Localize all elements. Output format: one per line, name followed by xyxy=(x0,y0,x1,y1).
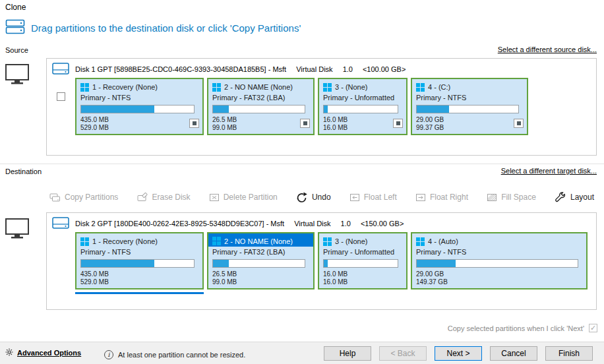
partition-title-row: 2 - NO NAME (None) xyxy=(212,82,309,92)
back-button: < Back xyxy=(379,346,427,361)
help-button[interactable]: Help xyxy=(324,346,371,361)
erase-disk-icon xyxy=(137,193,148,202)
float-left-button: Float Left xyxy=(349,193,397,202)
partition-type: Primary - Unformatted xyxy=(323,248,402,256)
partition-usage-bar xyxy=(212,105,305,113)
partition-title-row: 4 - (C:) xyxy=(416,82,523,92)
partition-toolbar: Copy Partitions Erase Disk Delete Partit… xyxy=(46,187,597,208)
destination-partitions: 1 - Recovery (None) Primary - NTFS 435.0… xyxy=(75,232,588,289)
toolbar-button-label: Float Left xyxy=(364,193,397,202)
select-target-disk-link[interactable]: Select a different target disk... xyxy=(501,167,597,175)
disk-title: Disk 1 GPT [5898BE25-CDC0-469C-9393-3045… xyxy=(75,65,286,73)
partition-menu-button[interactable] xyxy=(393,119,403,128)
layout-button[interactable]: Layout xyxy=(555,192,594,203)
disk-size: <100.00 GB> xyxy=(363,65,406,73)
partition-used-size: 26.5 MB xyxy=(212,270,309,278)
bottom-bar: Advanced Options i At least one partitio… xyxy=(0,342,604,364)
source-partitions: 1 - Recovery (None) Primary - NTFS 435.0… xyxy=(75,78,528,135)
finish-button[interactable]: Finish xyxy=(545,346,593,361)
partition-box[interactable]: 1 - Recovery (None) Primary - NTFS 435.0… xyxy=(75,232,204,289)
partition-label: 1 - Recovery (None) xyxy=(92,83,158,91)
fill-space-icon xyxy=(487,193,497,202)
float-right-icon xyxy=(415,193,426,202)
windows-logo-icon xyxy=(212,237,221,245)
delete-partition-button: Delete Partition xyxy=(209,193,278,202)
partition-type: Primary - NTFS xyxy=(80,248,198,256)
partition-box[interactable]: 4 - (C:) Primary - NTFS 29.00 GB 99.37 G… xyxy=(411,78,528,135)
info-icon: i xyxy=(104,350,113,359)
square-icon xyxy=(303,121,307,125)
partition-used-size: 26.5 MB xyxy=(212,116,309,124)
status-text: At least one partition cannot be resized… xyxy=(118,351,245,359)
gear-icon xyxy=(5,348,13,357)
source-disk-checkbox[interactable] xyxy=(57,92,65,101)
partition-used-size: 16.0 MB xyxy=(323,116,402,124)
partition-usage-bar xyxy=(416,259,578,268)
advanced-options-link[interactable]: Advanced Options xyxy=(5,348,81,357)
partition-usage-fill xyxy=(81,260,154,267)
partition-total-size: 99.37 GB xyxy=(416,124,523,132)
partition-used-size: 29.00 GB xyxy=(416,116,523,124)
partition-usage-fill xyxy=(324,260,328,267)
status-message: i At least one partition cannot be resiz… xyxy=(104,350,245,359)
windows-logo-icon xyxy=(80,83,89,92)
partition-type: Primary - Unformatted xyxy=(323,94,402,102)
partition-box[interactable]: 3 - (None) Primary - Unformatted 16.0 MB… xyxy=(318,78,408,135)
partition-usage-bar xyxy=(80,259,195,268)
computer-icon xyxy=(4,218,30,241)
source-section-label: Source xyxy=(5,46,28,54)
cancel-button[interactable]: Cancel xyxy=(490,346,537,361)
toolbar-button-label: Delete Partition xyxy=(224,193,278,202)
windows-logo-icon xyxy=(323,83,332,92)
partition-menu-button[interactable] xyxy=(300,119,310,128)
partition-total-size: 16.0 MB xyxy=(323,278,402,286)
toolbar-button-label: Erase Disk xyxy=(152,193,191,202)
instruction-text: Drag partitions to the destination disk … xyxy=(31,22,301,34)
destination-disk-header: Disk 2 GPT [180DE400-0262-42E3-8925-5348… xyxy=(52,216,404,231)
partition-label: 1 - Recovery (None) xyxy=(92,237,158,245)
partition-title-row: 2 - NO NAME (None) xyxy=(208,233,313,247)
undo-icon xyxy=(296,192,308,203)
partition-box[interactable]: 1 - Recovery (None) Primary - NTFS 435.0… xyxy=(75,78,204,135)
partition-sizes: 26.5 MB 99.0 MB xyxy=(212,116,309,132)
copy-partitions-button: Copy Partitions xyxy=(49,193,118,202)
erase-disk-button: Erase Disk xyxy=(137,193,191,202)
partition-usage-bar xyxy=(212,259,305,268)
undo-button[interactable]: Undo xyxy=(296,192,331,203)
disk-title: Disk 2 GPT [180DE400-0262-42E3-8925-5348… xyxy=(75,220,284,228)
windows-logo-icon xyxy=(80,237,89,246)
source-disk-panel: Disk 1 GPT [5898BE25-CDC0-469C-9393-3045… xyxy=(46,58,597,156)
page-title: Clone xyxy=(5,3,26,12)
next-button[interactable]: Next > xyxy=(435,346,482,361)
partition-box[interactable]: 2 - NO NAME (None) Primary - FAT32 (LBA)… xyxy=(207,78,315,135)
select-source-disk-link[interactable]: Select a different source disk... xyxy=(498,46,597,53)
instruction-row: Drag partitions to the destination disk … xyxy=(5,18,301,38)
copy-on-next-row: Copy selected partitions when I click 'N… xyxy=(448,324,597,332)
float-left-icon xyxy=(349,193,360,202)
float-right-button: Float Right xyxy=(415,193,468,202)
partition-used-size: 435.0 MB xyxy=(80,270,198,278)
partition-box[interactable]: 3 - (None) Primary - Unformatted 16.0 MB… xyxy=(318,232,408,289)
partition-box[interactable]: 4 - (Auto) Primary - NTFS 29.00 GB 149.3… xyxy=(411,232,588,289)
copy-on-next-label: Copy selected partitions when I click 'N… xyxy=(448,324,584,332)
section-divider xyxy=(0,164,604,164)
partition-used-size: 29.00 GB xyxy=(416,270,582,278)
disk-version: 1.0 xyxy=(341,220,351,228)
clone-wizard-window: Clone Drag partitions to the destination… xyxy=(0,0,604,364)
partition-usage-fill xyxy=(213,106,229,113)
partition-type: Primary - FAT32 (LBA) xyxy=(212,94,309,102)
disk-icon xyxy=(52,61,69,77)
partition-used-size: 435.0 MB xyxy=(80,116,198,124)
destination-section-label: Destination xyxy=(5,167,42,175)
partition-menu-button[interactable] xyxy=(514,119,524,128)
partition-type: Primary - NTFS xyxy=(416,94,523,102)
partition-sizes: 435.0 MB 529.0 MB xyxy=(80,116,198,132)
windows-logo-icon xyxy=(416,237,425,246)
partition-menu-button[interactable] xyxy=(189,119,199,128)
copy-on-next-checkbox xyxy=(589,324,597,332)
disk-type: Virtual Disk xyxy=(296,65,332,73)
partition-box[interactable]: 2 - NO NAME (None) Primary - FAT32 (LBA)… xyxy=(207,232,315,289)
windows-logo-icon xyxy=(212,83,221,92)
disk-icon xyxy=(52,216,69,231)
partition-total-size: 16.0 MB xyxy=(323,124,402,132)
